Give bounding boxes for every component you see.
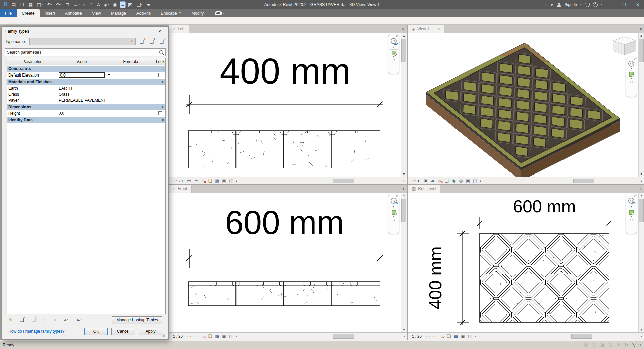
save-icon[interactable]: ▦ [27,2,34,8]
zoom-region-icon[interactable] [629,72,634,77]
help-icon[interactable]: ? [593,2,598,7]
column-header-parameter[interactable]: Parameter [7,58,57,65]
close-view-icon[interactable]: ✕ [437,27,440,31]
horizontal-scroll-thumb[interactable] [333,179,354,183]
view-scale-button[interactable]: 1 : 1 [412,179,419,183]
vertical-scroll-thumb[interactable] [639,199,644,222]
parameter-value[interactable]: 0.0 [57,110,106,116]
export-icon[interactable]: ◫▾ [35,2,44,8]
restore-button[interactable]: ❐ [619,0,629,9]
parameter-value[interactable]: EARTH [57,85,106,91]
scroll-right-icon[interactable]: › [401,179,407,183]
search-icon[interactable]: ⚭ [550,2,554,7]
ribbon-tab-manage[interactable]: Manage [106,9,131,17]
ribbon-tab-create[interactable]: Create [17,9,40,17]
ribbon-tab-annotate[interactable]: Annotate [60,9,87,17]
view-scale-button[interactable]: 1 : 20 [412,334,422,338]
wheel-dropdown-icon[interactable]: ▼ [630,67,633,70]
wheel-dropdown-icon[interactable]: ▼ [393,46,395,48]
sun-path-icon[interactable]: ☼✕ [437,178,442,184]
locked-3d-view-icon[interactable]: ◉ [451,178,457,184]
viewport-ref-level-canvas[interactable]: 600 mm 400 mm [408,193,638,332]
ribbon-tab-insert[interactable]: Insert [40,9,60,17]
parameter-formula[interactable]: = [106,91,155,97]
vertical-scroll-thumb[interactable] [639,39,644,62]
collapse-toolbar-icon[interactable]: ‹ [545,2,547,7]
zoom-dropdown-icon[interactable]: ▼ [630,215,633,218]
viewport-view1-canvas[interactable]: ⊗ ▼ ▼ [408,33,638,177]
horizontal-scrollbar[interactable] [240,178,400,184]
scroll-up-icon[interactable]: ▲ [639,33,644,38]
aligned-dimension-icon[interactable]: ∕ [83,2,86,8]
group-row-materials-and-finishes[interactable]: Materials and Finishes« [7,79,165,85]
wheel-dropdown-icon[interactable]: ▼ [630,206,633,208]
detail-level-icon[interactable]: ▭ [186,178,192,184]
section-icon[interactable]: ◉ [112,2,118,8]
scroll-right-icon[interactable]: › [639,179,644,183]
ribbon-display-toggle[interactable]: ▾ [215,9,224,17]
detail-level-icon[interactable]: ▣ [423,178,428,184]
sort-descending-icon[interactable]: AZ↑ [77,318,83,322]
sign-in-button[interactable]: Sign In [565,2,577,7]
tab-overflow-button[interactable]: « [400,25,407,33]
close-icon[interactable]: ⊗ [633,58,636,60]
type-name-select[interactable]: ▼ [29,38,136,45]
app-store-cart-icon[interactable] [585,3,590,7]
horizontal-scroll-thumb[interactable] [573,179,594,183]
column-header-value[interactable]: Value [57,58,106,65]
worksets-icon[interactable]: ▧ [584,342,588,347]
parameter-value[interactable]: Grass [57,91,106,97]
parameter-formula[interactable]: = [106,110,155,116]
scroll-right-icon[interactable]: › [639,334,644,339]
scroll-up-icon[interactable]: ▲ [639,193,644,198]
vertical-scrollbar[interactable]: ▲ ▼ [638,193,644,332]
navbar-handle-icon[interactable] [630,81,633,83]
scroll-left-icon[interactable]: ‹ [234,179,239,183]
detail-level-icon[interactable]: ▭ [186,333,192,339]
ribbon-tab-enscape[interactable]: Enscape™ [156,9,186,17]
steering-wheel-icon[interactable] [391,198,397,204]
zoom-dropdown-icon[interactable]: ▼ [393,215,395,218]
revit-logo[interactable]: R [2,2,9,8]
crop-region-icon[interactable]: ▣ [221,178,227,184]
chevron-up-double-icon[interactable]: « [161,68,165,70]
help-dropdown-icon[interactable]: ▾ [601,3,602,6]
steering-wheel-icon[interactable] [391,38,397,44]
zoom-dropdown-icon[interactable]: ▼ [393,56,395,58]
steering-wheel-icon[interactable] [628,198,634,204]
sun-path-icon[interactable]: ☼✕ [439,333,445,339]
apply-button[interactable]: Apply [139,328,162,335]
group-row-identity-data[interactable]: Identity Data« [7,117,165,123]
parameter-value[interactable]: 0.0 [57,72,106,78]
editable-only-icon[interactable]: ▨ [600,342,604,347]
vertical-scroll-thumb[interactable] [401,199,406,222]
zoom-region-icon[interactable] [392,210,396,215]
value-editbox[interactable]: 0.0 [59,72,105,78]
parameter-value[interactable]: PERMEABLE PAVEMENT [57,97,106,103]
view-tab-view1[interactable]: ◈ View 1 ✕ [408,25,444,33]
switch-windows-icon[interactable]: ❏▾ [135,2,144,8]
tab-overflow-button[interactable]: « [400,185,407,193]
wheel-dropdown-icon[interactable]: ▼ [393,206,395,208]
undo-icon[interactable]: ↶▾ [45,2,53,8]
crop-view-icon[interactable]: ▩ [214,333,220,339]
rename-type-button[interactable]: ❏✎ [148,38,156,45]
visual-style-icon[interactable]: ▱ [432,333,438,339]
scroll-down-icon[interactable]: ▼ [639,172,644,177]
crop-region-icon[interactable]: ▣ [465,178,471,184]
view-scale-button[interactable]: 1 : 20 [173,179,183,183]
steering-wheel-icon[interactable] [628,61,634,67]
shadows-icon[interactable]: ❏ [444,178,449,184]
chevron-up-double-icon[interactable]: « [161,106,165,108]
user-interface-icon[interactable]: ◩ [127,2,134,8]
ok-button[interactable]: OK [84,328,108,335]
close-icon[interactable]: ⊗ [396,35,398,38]
horizontal-scrollbar[interactable] [484,178,638,184]
group-row-constraints[interactable]: Constraints« [7,66,165,72]
parameter-row[interactable]: Default Elevation0.0= [7,72,165,78]
zoom-region-icon[interactable] [392,51,396,55]
customize-qat-icon[interactable]: ≂ [145,2,152,8]
cancel-button[interactable]: Cancel [111,328,135,335]
column-header-lock[interactable]: Lock [155,58,165,65]
print-icon[interactable]: ⊟ [64,2,71,8]
